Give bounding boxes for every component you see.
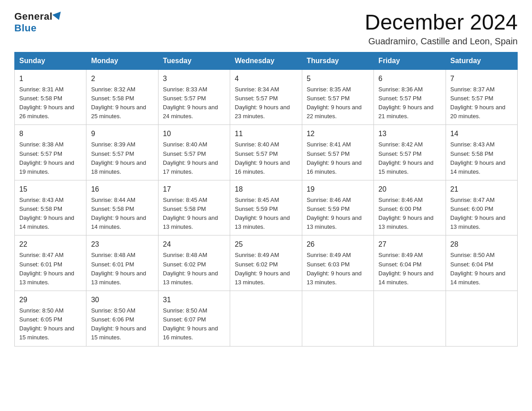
col-header-thursday: Thursday bbox=[302, 52, 373, 69]
day-info: Sunrise: 8:40 AMSunset: 5:57 PMDaylight:… bbox=[163, 140, 225, 176]
calendar-cell: 13Sunrise: 8:42 AMSunset: 5:57 PMDayligh… bbox=[374, 125, 446, 180]
calendar-week-row: 1Sunrise: 8:31 AMSunset: 5:58 PMDaylight… bbox=[15, 69, 518, 125]
day-info: Sunrise: 8:49 AMSunset: 6:03 PMDaylight:… bbox=[307, 251, 369, 287]
location-subtitle: Guadramiro, Castille and Leon, Spain bbox=[365, 36, 518, 47]
day-info: Sunrise: 8:49 AMSunset: 6:04 PMDaylight:… bbox=[378, 251, 441, 287]
calendar-week-row: 15Sunrise: 8:43 AMSunset: 5:58 PMDayligh… bbox=[15, 180, 518, 235]
calendar-cell: 26Sunrise: 8:49 AMSunset: 6:03 PMDayligh… bbox=[302, 235, 373, 291]
calendar-cell: 6Sunrise: 8:36 AMSunset: 5:57 PMDaylight… bbox=[374, 69, 446, 125]
calendar-cell: 23Sunrise: 8:48 AMSunset: 6:01 PMDayligh… bbox=[86, 235, 158, 291]
day-number: 9 bbox=[91, 128, 153, 139]
day-number: 21 bbox=[450, 184, 513, 195]
day-number: 6 bbox=[378, 73, 441, 84]
day-number: 5 bbox=[307, 73, 369, 84]
calendar-week-row: 22Sunrise: 8:47 AMSunset: 6:01 PMDayligh… bbox=[15, 235, 518, 291]
col-header-monday: Monday bbox=[86, 52, 158, 69]
day-info: Sunrise: 8:48 AMSunset: 6:01 PMDaylight:… bbox=[91, 251, 153, 287]
day-number: 3 bbox=[163, 73, 225, 84]
day-number: 11 bbox=[235, 128, 297, 139]
day-number: 24 bbox=[163, 239, 225, 250]
calendar-cell: 29Sunrise: 8:50 AMSunset: 6:05 PMDayligh… bbox=[15, 291, 86, 347]
calendar-cell: 14Sunrise: 8:43 AMSunset: 5:58 PMDayligh… bbox=[446, 125, 517, 180]
calendar-cell: 3Sunrise: 8:33 AMSunset: 5:57 PMDaylight… bbox=[158, 69, 230, 125]
day-number: 28 bbox=[450, 239, 513, 250]
calendar-week-row: 8Sunrise: 8:38 AMSunset: 5:57 PMDaylight… bbox=[15, 125, 518, 180]
day-number: 17 bbox=[163, 184, 225, 195]
day-info: Sunrise: 8:46 AMSunset: 6:00 PMDaylight:… bbox=[378, 196, 441, 232]
day-number: 29 bbox=[19, 295, 82, 305]
day-number: 14 bbox=[450, 128, 513, 139]
calendar-cell bbox=[230, 291, 302, 347]
day-info: Sunrise: 8:40 AMSunset: 5:57 PMDaylight:… bbox=[235, 140, 297, 176]
calendar-cell bbox=[374, 291, 446, 347]
calendar-cell: 17Sunrise: 8:45 AMSunset: 5:58 PMDayligh… bbox=[158, 180, 230, 235]
day-info: Sunrise: 8:46 AMSunset: 5:59 PMDaylight:… bbox=[307, 196, 369, 232]
day-info: Sunrise: 8:31 AMSunset: 5:58 PMDaylight:… bbox=[19, 85, 82, 121]
logo-general-text: General bbox=[14, 11, 52, 22]
day-number: 27 bbox=[378, 239, 441, 250]
day-info: Sunrise: 8:35 AMSunset: 5:57 PMDaylight:… bbox=[307, 85, 369, 121]
month-title: December 2024 bbox=[365, 11, 518, 34]
calendar-cell: 8Sunrise: 8:38 AMSunset: 5:57 PMDaylight… bbox=[15, 125, 86, 180]
calendar-cell: 18Sunrise: 8:45 AMSunset: 5:59 PMDayligh… bbox=[230, 180, 302, 235]
calendar-cell bbox=[446, 291, 517, 347]
calendar-cell: 31Sunrise: 8:50 AMSunset: 6:07 PMDayligh… bbox=[158, 291, 230, 347]
calendar-cell: 2Sunrise: 8:32 AMSunset: 5:58 PMDaylight… bbox=[86, 69, 158, 125]
day-number: 16 bbox=[91, 184, 153, 195]
calendar-cell: 21Sunrise: 8:47 AMSunset: 6:00 PMDayligh… bbox=[446, 180, 517, 235]
day-number: 7 bbox=[450, 73, 513, 84]
calendar-cell bbox=[302, 291, 373, 347]
day-info: Sunrise: 8:47 AMSunset: 6:00 PMDaylight:… bbox=[450, 196, 513, 232]
calendar-cell: 9Sunrise: 8:39 AMSunset: 5:57 PMDaylight… bbox=[86, 125, 158, 180]
day-info: Sunrise: 8:45 AMSunset: 5:58 PMDaylight:… bbox=[163, 196, 225, 232]
day-number: 2 bbox=[91, 73, 153, 84]
calendar-table: SundayMondayTuesdayWednesdayThursdayFrid… bbox=[14, 52, 518, 347]
day-info: Sunrise: 8:41 AMSunset: 5:57 PMDaylight:… bbox=[307, 140, 369, 176]
day-info: Sunrise: 8:37 AMSunset: 5:57 PMDaylight:… bbox=[450, 85, 513, 121]
day-info: Sunrise: 8:38 AMSunset: 5:57 PMDaylight:… bbox=[19, 140, 82, 176]
day-number: 4 bbox=[235, 73, 297, 84]
calendar-cell: 27Sunrise: 8:49 AMSunset: 6:04 PMDayligh… bbox=[374, 235, 446, 291]
day-info: Sunrise: 8:39 AMSunset: 5:57 PMDaylight:… bbox=[91, 140, 153, 176]
day-info: Sunrise: 8:32 AMSunset: 5:58 PMDaylight:… bbox=[91, 85, 153, 121]
col-header-wednesday: Wednesday bbox=[230, 52, 302, 69]
day-number: 15 bbox=[19, 184, 82, 195]
calendar-cell: 4Sunrise: 8:34 AMSunset: 5:57 PMDaylight… bbox=[230, 69, 302, 125]
day-info: Sunrise: 8:44 AMSunset: 5:58 PMDaylight:… bbox=[91, 196, 153, 232]
page-header: General Blue December 2024 Guadramiro, C… bbox=[14, 11, 518, 47]
calendar-cell: 28Sunrise: 8:50 AMSunset: 6:04 PMDayligh… bbox=[446, 235, 517, 291]
day-info: Sunrise: 8:36 AMSunset: 5:57 PMDaylight:… bbox=[378, 85, 441, 121]
day-info: Sunrise: 8:50 AMSunset: 6:07 PMDaylight:… bbox=[163, 306, 225, 342]
calendar-cell: 16Sunrise: 8:44 AMSunset: 5:58 PMDayligh… bbox=[86, 180, 158, 235]
day-info: Sunrise: 8:49 AMSunset: 6:02 PMDaylight:… bbox=[235, 251, 297, 287]
logo-blue-text: Blue bbox=[14, 22, 37, 34]
logo: General Blue bbox=[14, 11, 62, 34]
day-info: Sunrise: 8:34 AMSunset: 5:57 PMDaylight:… bbox=[235, 85, 297, 121]
day-info: Sunrise: 8:42 AMSunset: 5:57 PMDaylight:… bbox=[378, 140, 441, 176]
day-number: 26 bbox=[307, 239, 369, 250]
day-number: 20 bbox=[378, 184, 441, 195]
calendar-cell: 19Sunrise: 8:46 AMSunset: 5:59 PMDayligh… bbox=[302, 180, 373, 235]
calendar-cell: 11Sunrise: 8:40 AMSunset: 5:57 PMDayligh… bbox=[230, 125, 302, 180]
col-header-saturday: Saturday bbox=[446, 52, 517, 69]
col-header-tuesday: Tuesday bbox=[158, 52, 230, 69]
title-block: December 2024 Guadramiro, Castille and L… bbox=[365, 11, 518, 47]
day-number: 18 bbox=[235, 184, 297, 195]
day-number: 31 bbox=[163, 295, 225, 305]
day-info: Sunrise: 8:45 AMSunset: 5:59 PMDaylight:… bbox=[235, 196, 297, 232]
day-number: 19 bbox=[307, 184, 369, 195]
calendar-cell: 7Sunrise: 8:37 AMSunset: 5:57 PMDaylight… bbox=[446, 69, 517, 125]
calendar-cell: 22Sunrise: 8:47 AMSunset: 6:01 PMDayligh… bbox=[15, 235, 86, 291]
day-number: 1 bbox=[19, 73, 82, 84]
day-number: 10 bbox=[163, 128, 225, 139]
calendar-cell: 15Sunrise: 8:43 AMSunset: 5:58 PMDayligh… bbox=[15, 180, 86, 235]
calendar-cell: 10Sunrise: 8:40 AMSunset: 5:57 PMDayligh… bbox=[158, 125, 230, 180]
col-header-friday: Friday bbox=[374, 52, 446, 69]
day-info: Sunrise: 8:43 AMSunset: 5:58 PMDaylight:… bbox=[450, 140, 513, 176]
calendar-cell: 25Sunrise: 8:49 AMSunset: 6:02 PMDayligh… bbox=[230, 235, 302, 291]
day-info: Sunrise: 8:43 AMSunset: 5:58 PMDaylight:… bbox=[19, 196, 82, 232]
calendar-header-row: SundayMondayTuesdayWednesdayThursdayFrid… bbox=[15, 52, 518, 69]
day-info: Sunrise: 8:50 AMSunset: 6:04 PMDaylight:… bbox=[450, 251, 513, 287]
calendar-cell: 30Sunrise: 8:50 AMSunset: 6:06 PMDayligh… bbox=[86, 291, 158, 347]
day-info: Sunrise: 8:33 AMSunset: 5:57 PMDaylight:… bbox=[163, 85, 225, 121]
